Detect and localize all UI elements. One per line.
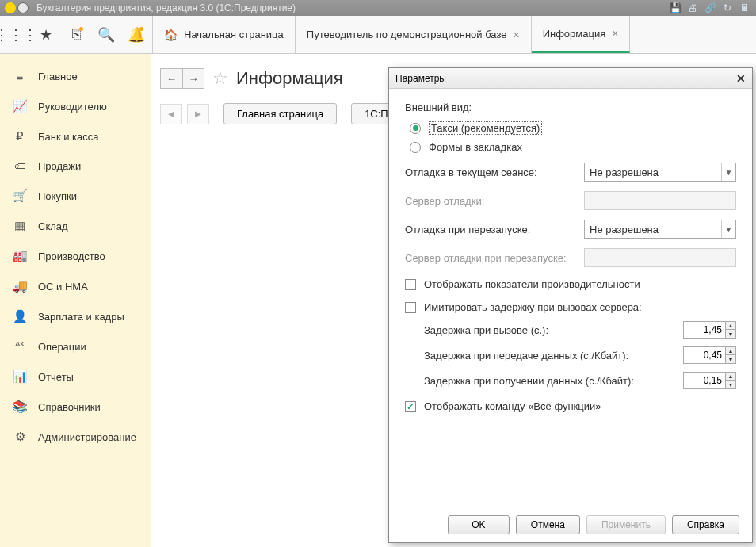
dialog-titlebar[interactable]: Параметры ✕	[389, 68, 752, 89]
truck-icon: 🚚	[13, 279, 27, 293]
dialog-close-icon[interactable]: ✕	[736, 72, 746, 85]
back-button[interactable]: ←	[160, 68, 182, 89]
help-button[interactable]: Справка	[672, 515, 739, 534]
delay-call-spinner[interactable]: ▲▼	[683, 321, 736, 339]
debug-server-label: Сервер отладки:	[405, 195, 584, 207]
show-perf-label: Отображать показатели производительности	[424, 278, 640, 290]
ok-button[interactable]: OK	[448, 515, 510, 534]
delay-recv-input[interactable]	[683, 372, 726, 389]
tab-home[interactable]: 🏠 Начальная страница	[153, 16, 296, 53]
show-perf-checkbox-row[interactable]: Отображать показатели производительности	[405, 278, 736, 290]
debug-current-label: Отладка в текущем сеансе:	[405, 166, 584, 178]
parameters-dialog: Параметры ✕ Внешний вид: Такси (рекоменд…	[388, 67, 753, 543]
sidebar-item-assets[interactable]: 🚚ОС и НМА	[0, 271, 151, 301]
appearance-label: Внешний вид:	[405, 101, 736, 113]
spin-down-icon[interactable]: ▼	[726, 355, 735, 363]
sidebar-item-label: Администрирование	[38, 431, 136, 443]
debug-current-select[interactable]: Не разрешена ▼	[584, 163, 736, 182]
select-value: Не разрешена	[590, 224, 659, 235]
sidebar-item-label: Справочники	[38, 401, 101, 413]
sim-delay-checkbox-row[interactable]: Имитировать задержку при вызовах сервера…	[405, 301, 736, 313]
tab-guide-label: Путеводитель по демонстрационной базе	[307, 29, 507, 40]
debug-restart-label: Отладка при перезапуске:	[405, 224, 584, 235]
sidebar-item-label: Руководителю	[38, 101, 107, 113]
grid-icon: ▦	[13, 219, 27, 233]
window-title: Бухгалтерия предприятия, редакция 3.0 (1…	[36, 2, 296, 13]
spin-up-icon[interactable]: ▲	[726, 347, 735, 355]
radio-icon[interactable]	[410, 123, 421, 134]
calc-icon[interactable]: 🖩	[739, 2, 751, 14]
sidebar-item-purchases[interactable]: 🛒Покупки	[0, 181, 151, 211]
tab-guide[interactable]: Путеводитель по демонстрационной базе ×	[296, 16, 532, 53]
radio-tabs[interactable]: Формы в закладках	[410, 141, 736, 153]
ledger-icon: ᴬᴷ	[13, 339, 27, 354]
search-icon[interactable]: 🔍	[97, 25, 116, 44]
sidebar-item-admin[interactable]: ⚙Администрирование	[0, 422, 151, 452]
chevron-down-icon[interactable]: ▼	[721, 163, 735, 181]
delay-send-input[interactable]	[683, 346, 726, 364]
delay-call-input[interactable]	[683, 321, 726, 339]
sidebar-item-warehouse[interactable]: ▦Склад	[0, 211, 151, 241]
delay-send-spinner[interactable]: ▲▼	[683, 346, 736, 364]
sub-forward-button[interactable]: ►	[187, 104, 209, 124]
sidebar-item-salary[interactable]: 👤Зарплата и кадры	[0, 301, 151, 331]
radio-tabs-label: Формы в закладках	[429, 141, 522, 153]
star-icon[interactable]: ★	[36, 25, 55, 44]
home-page-button[interactable]: Главная страница	[223, 103, 337, 124]
forward-button[interactable]: →	[182, 68, 204, 89]
checkbox-icon[interactable]	[405, 279, 416, 290]
app-logo-secondary-icon	[17, 2, 29, 13]
favorite-star-icon[interactable]: ☆	[212, 68, 228, 89]
print-icon[interactable]: 🖨	[686, 2, 699, 14]
radio-taxi[interactable]: Такси (рекомендуется)	[410, 121, 736, 135]
sidebar-item-catalogs[interactable]: 📚Справочники	[0, 392, 151, 422]
checkbox-icon[interactable]	[405, 302, 416, 313]
refresh-icon[interactable]: ↻	[721, 2, 734, 14]
spin-down-icon[interactable]: ▼	[726, 330, 735, 338]
spin-up-icon[interactable]: ▲	[726, 373, 735, 381]
sidebar-item-label: Главное	[38, 71, 78, 82]
checkbox-checked-icon[interactable]	[405, 401, 416, 412]
spin-up-icon[interactable]: ▲	[726, 322, 735, 330]
tab-info-label: Информация	[543, 28, 606, 40]
sidebar-item-operations[interactable]: ᴬᴷОперации	[0, 331, 151, 361]
tag-icon: 🏷	[13, 159, 27, 173]
chevron-down-icon[interactable]: ▼	[721, 220, 735, 238]
sidebar-item-label: Банк и касса	[38, 131, 99, 143]
clipboard-icon[interactable]: ⎘	[67, 25, 86, 44]
apps-grid-icon[interactable]: ⋮⋮⋮	[6, 25, 25, 44]
sidebar-item-sales[interactable]: 🏷Продажи	[0, 151, 151, 181]
debug-restart-select[interactable]: Не разрешена ▼	[584, 220, 736, 239]
radio-icon[interactable]	[410, 142, 421, 153]
sub-back-button[interactable]: ◄	[160, 104, 182, 124]
link-icon[interactable]: 🔗	[704, 2, 716, 14]
sidebar-item-main[interactable]: ≡Главное	[0, 62, 151, 91]
show-all-funcs-checkbox-row[interactable]: Отображать команду «Все функции»	[405, 400, 736, 412]
tab-info[interactable]: Информация ×	[532, 16, 631, 53]
show-all-funcs-label: Отображать команду «Все функции»	[424, 400, 601, 412]
chart-up-icon: 📈	[13, 99, 27, 113]
ruble-icon: ₽	[13, 129, 27, 143]
sidebar-item-bank[interactable]: ₽Банк и касса	[0, 121, 151, 151]
sim-delay-label: Имитировать задержку при вызовах сервера…	[424, 301, 642, 313]
close-icon[interactable]: ×	[513, 29, 519, 41]
sidebar-item-label: Зарплата и кадры	[38, 311, 124, 323]
delay-recv-spinner[interactable]: ▲▼	[683, 372, 736, 389]
bell-icon[interactable]: 🔔	[127, 25, 146, 44]
close-icon[interactable]: ×	[612, 27, 618, 40]
app-logo-1c-icon	[5, 2, 16, 13]
spin-down-icon[interactable]: ▼	[726, 381, 735, 388]
sidebar-item-reports[interactable]: 📊Отчеты	[0, 361, 151, 392]
person-icon: 👤	[13, 309, 27, 323]
save-icon[interactable]: 💾	[669, 2, 682, 14]
tab-bar: 🏠 Начальная страница Путеводитель по дем…	[152, 16, 630, 53]
page-title: Информация	[236, 68, 343, 89]
factory-icon: 🏭	[13, 249, 27, 263]
main-toolbar: ⋮⋮⋮ ★ ⎘ 🔍 🔔 🏠 Начальная страница Путевод…	[0, 16, 756, 54]
cancel-button[interactable]: Отмена	[516, 515, 580, 534]
gear-icon: ⚙	[13, 430, 27, 444]
sidebar-item-manager[interactable]: 📈Руководителю	[0, 91, 151, 121]
sidebar-item-production[interactable]: 🏭Производство	[0, 241, 151, 271]
sidebar-item-label: Покупки	[38, 190, 77, 202]
debug-server-input	[584, 191, 736, 210]
